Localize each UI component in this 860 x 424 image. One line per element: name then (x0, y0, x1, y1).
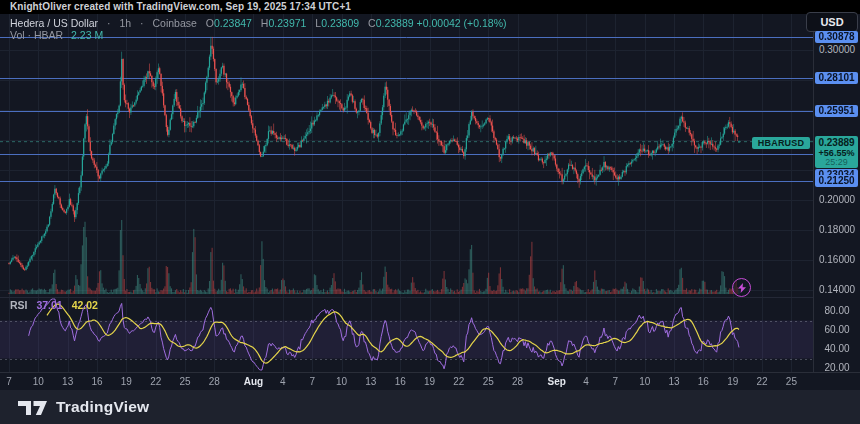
bar-countdown: 25:29 (815, 158, 858, 167)
interval-label[interactable]: 1h (119, 17, 131, 29)
ohlc-low-value: 0.23809 (321, 17, 359, 29)
symbol-legend[interactable]: Hedera / US Dollar · 1h · Coinbase O0.23… (10, 17, 506, 29)
price-axis-label: 0.16000 (814, 254, 860, 266)
tradingview-logo[interactable]: TradingView (18, 398, 149, 416)
attribution-bar: KnightOliver created with TradingView.co… (0, 0, 860, 14)
symbol-title[interactable]: Hedera / US Dollar (10, 17, 98, 29)
footer-bar: TradingView (0, 390, 860, 424)
rsi-value: 37.01 (36, 299, 62, 311)
rsi-axis-label: 40.00 (814, 343, 860, 355)
change-value: +0.00042 (+0.18%) (417, 17, 507, 29)
current-price-label: 0.23889 +56.55% 25:29 (815, 136, 858, 168)
price-level-label: 0.25951 (815, 105, 858, 117)
time-axis-label: 25 (774, 376, 808, 388)
volume-label: Vol · HBAR (10, 29, 63, 41)
price-axis-label: 0.18000 (814, 224, 860, 236)
currency-toggle-button[interactable]: USD (806, 12, 858, 32)
attribution-text: KnightOliver created with TradingView.co… (10, 1, 351, 12)
tradingview-chart-window: KnightOliver created with TradingView.co… (0, 0, 860, 424)
ohlc-close-value: 0.23889 (376, 17, 414, 29)
time-axis-label: 28 (197, 376, 231, 388)
rsi-axis-label: 80.00 (814, 305, 860, 317)
time-axis-label: 28 (501, 376, 535, 388)
price-axis-label: 0.20000 (814, 194, 860, 206)
price-axis[interactable] (813, 14, 860, 372)
ohlc-close-key: C (368, 17, 376, 29)
rsi-axis-label: 20.00 (814, 362, 860, 374)
ohlc-open-key: O (206, 17, 214, 29)
price-axis-label: 0.14000 (814, 284, 860, 296)
price-level-label: 0.28101 (815, 72, 858, 84)
tradingview-wordmark: TradingView (56, 398, 149, 416)
tradingview-logo-icon (18, 399, 48, 416)
rsi-axis-label: 60.00 (814, 324, 860, 336)
volume-value: 2.23 M (71, 29, 103, 41)
ohlc-high-value: 0.23971 (268, 17, 306, 29)
rsi-ma-value: 42.02 (72, 299, 98, 311)
current-price: 0.23889 (815, 137, 858, 148)
price-axis-label: 0.30000 (814, 44, 860, 56)
rsi-label: RSI (10, 299, 28, 311)
price-chart-canvas[interactable] (0, 14, 813, 372)
price-level-label: 0.30878 (815, 31, 858, 43)
exchange-label: Coinbase (153, 17, 197, 29)
rsi-legend[interactable]: RSI 37.01 42.02 (10, 299, 98, 311)
flash-boost-icon[interactable] (732, 278, 751, 297)
ohlc-open-value: 0.23847 (214, 17, 252, 29)
volume-legend[interactable]: Vol · HBAR 2.23 M (10, 29, 103, 41)
symbol-price-tag: HBARUSD (752, 137, 810, 149)
price-level-label: 0.21250 (815, 175, 858, 187)
